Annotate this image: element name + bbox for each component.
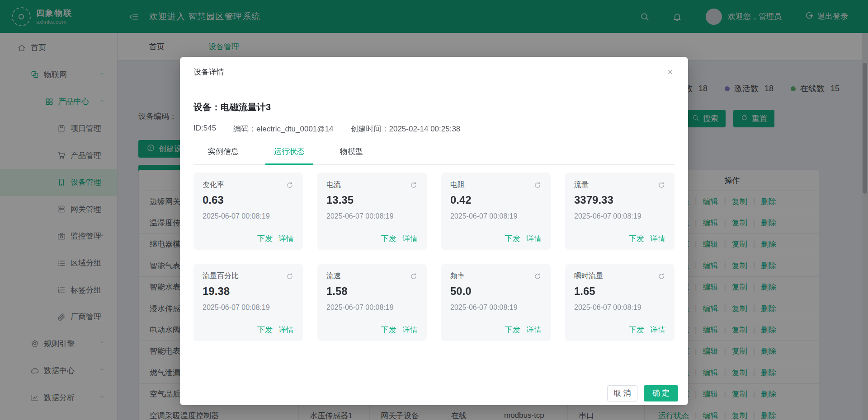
device-meta: ID:545 编码：electric_dtu_0001@14 创建时间：2025… (193, 124, 675, 134)
detail-link[interactable]: 详情 (402, 325, 418, 335)
property-timestamp: 2025-06-07 00:08:19 (203, 303, 294, 312)
detail-link[interactable]: 详情 (278, 325, 294, 335)
property-card: 频率 50.0 2025-06-07 00:08:19 下发 详情 (441, 264, 551, 341)
property-card: 流速 1.58 2025-06-07 00:08:19 下发 详情 (317, 264, 427, 341)
property-value: 19.38 (203, 285, 294, 298)
property-value: 3379.33 (574, 194, 665, 206)
refresh-icon (286, 272, 294, 280)
property-name: 流速 (326, 271, 341, 281)
modal-body: 设备：电磁流量计3 ID:545 编码：electric_dtu_0001@14… (180, 101, 688, 341)
close-icon[interactable] (666, 68, 675, 76)
property-value: 0.42 (450, 194, 542, 206)
send-down-link[interactable]: 下发 (381, 325, 396, 335)
property-value: 50.0 (450, 285, 542, 298)
refresh-icon[interactable] (533, 272, 542, 280)
send-down-link[interactable]: 下发 (381, 233, 396, 244)
refresh-icon (410, 272, 418, 280)
refresh-icon[interactable] (657, 181, 665, 189)
property-card: 电流 13.35 2025-06-07 00:08:19 下发 详情 (317, 173, 427, 250)
refresh-icon[interactable] (286, 181, 294, 189)
device-detail-modal: 设备详情 设备：电磁流量计3 ID:545 编码：electric_dtu_00… (180, 57, 688, 405)
send-down-link[interactable]: 下发 (629, 325, 644, 335)
refresh-icon (657, 181, 665, 189)
refresh-icon (533, 272, 542, 280)
detail-link[interactable]: 详情 (650, 325, 665, 335)
confirm-button[interactable]: 确 定 (644, 385, 678, 401)
property-name: 变化率 (203, 180, 224, 190)
property-card: 变化率 0.63 2025-06-07 00:08:19 下发 详情 (193, 173, 303, 250)
property-timestamp: 2025-06-07 00:08:19 (450, 303, 542, 312)
send-down-link[interactable]: 下发 (257, 325, 273, 335)
property-value: 0.63 (203, 194, 294, 206)
property-timestamp: 2025-06-07 00:08:19 (326, 303, 418, 312)
card-actions: 下发 详情 (505, 233, 542, 244)
card-actions: 下发 详情 (629, 233, 665, 244)
detail-link[interactable]: 详情 (650, 233, 665, 244)
modal-tabs: 实例信息 运行状态 物模型 (193, 146, 675, 165)
cancel-button[interactable]: 取 消 (607, 385, 637, 401)
property-timestamp: 2025-06-07 00:08:19 (574, 303, 665, 312)
modal-footer: 取 消 确 定 (180, 381, 688, 405)
refresh-icon (286, 181, 294, 189)
card-actions: 下发 详情 (257, 325, 294, 335)
property-name: 频率 (450, 271, 465, 281)
detail-link[interactable]: 详情 (526, 233, 542, 244)
property-name: 电流 (326, 180, 341, 190)
card-actions: 下发 详情 (505, 325, 542, 335)
property-value: 1.58 (326, 285, 418, 298)
property-timestamp: 2025-06-07 00:08:19 (574, 212, 665, 220)
device-heading: 设备：电磁流量计3 (193, 101, 675, 113)
property-card: 电阻 0.42 2025-06-07 00:08:19 下发 详情 (441, 173, 551, 250)
modal-header: 设备详情 (180, 57, 688, 87)
property-timestamp: 2025-06-07 00:08:19 (326, 212, 418, 220)
send-down-link[interactable]: 下发 (505, 325, 520, 335)
property-name: 瞬时流量 (574, 271, 603, 281)
refresh-icon (657, 272, 665, 280)
detail-link[interactable]: 详情 (526, 325, 542, 335)
card-actions: 下发 详情 (257, 233, 294, 244)
card-actions: 下发 详情 (381, 233, 418, 244)
send-down-link[interactable]: 下发 (505, 233, 520, 244)
device-created-time: 创建时间：2025-02-14 00:25:38 (350, 124, 460, 134)
modal-tab-0[interactable]: 实例信息 (199, 146, 247, 165)
device-id: ID:545 (193, 124, 216, 134)
refresh-icon (533, 181, 542, 189)
device-code: 编码：electric_dtu_0001@14 (233, 124, 333, 134)
property-card: 瞬时流量 1.65 2025-06-07 00:08:19 下发 详情 (565, 264, 675, 341)
property-timestamp: 2025-06-07 00:08:19 (450, 212, 542, 220)
refresh-icon[interactable] (410, 272, 418, 280)
modal-tab-1[interactable]: 运行状态 (265, 146, 313, 165)
property-cards: 变化率 0.63 2025-06-07 00:08:19 下发 详情 电流 13… (193, 173, 675, 341)
property-card: 流量百分比 19.38 2025-06-07 00:08:19 下发 详情 (193, 264, 303, 341)
property-name: 流量百分比 (203, 271, 239, 281)
send-down-link[interactable]: 下发 (629, 233, 644, 244)
property-value: 13.35 (326, 194, 418, 206)
detail-link[interactable]: 详情 (278, 233, 294, 244)
refresh-icon[interactable] (533, 181, 542, 189)
send-down-link[interactable]: 下发 (257, 233, 273, 244)
property-timestamp: 2025-06-07 00:08:19 (203, 212, 294, 220)
refresh-icon[interactable] (410, 181, 418, 189)
property-value: 1.65 (574, 285, 665, 298)
property-name: 电阻 (450, 180, 465, 190)
refresh-icon[interactable] (657, 272, 665, 280)
modal-tab-2[interactable]: 物模型 (331, 146, 372, 165)
card-actions: 下发 详情 (381, 325, 418, 335)
modal-title: 设备详情 (193, 67, 224, 77)
refresh-icon[interactable] (286, 272, 294, 280)
card-actions: 下发 详情 (629, 325, 665, 335)
property-name: 流量 (574, 180, 589, 190)
property-card: 流量 3379.33 2025-06-07 00:08:19 下发 详情 (565, 173, 675, 250)
close-icon (666, 68, 675, 76)
detail-link[interactable]: 详情 (402, 233, 418, 244)
refresh-icon (410, 181, 418, 189)
